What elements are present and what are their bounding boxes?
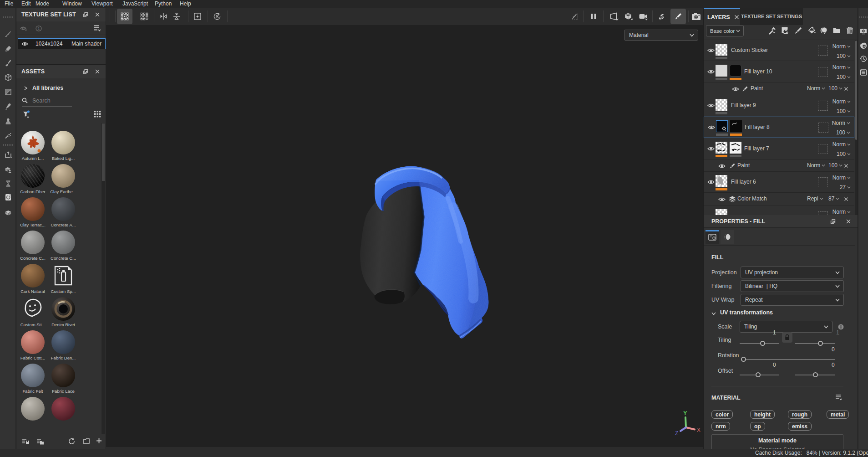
svg-text:1: 1 [38,26,40,31]
svg-text:Y: Y [683,410,687,416]
svg-text:Z: Z [675,430,678,436]
svg-text:X: X [697,427,700,433]
